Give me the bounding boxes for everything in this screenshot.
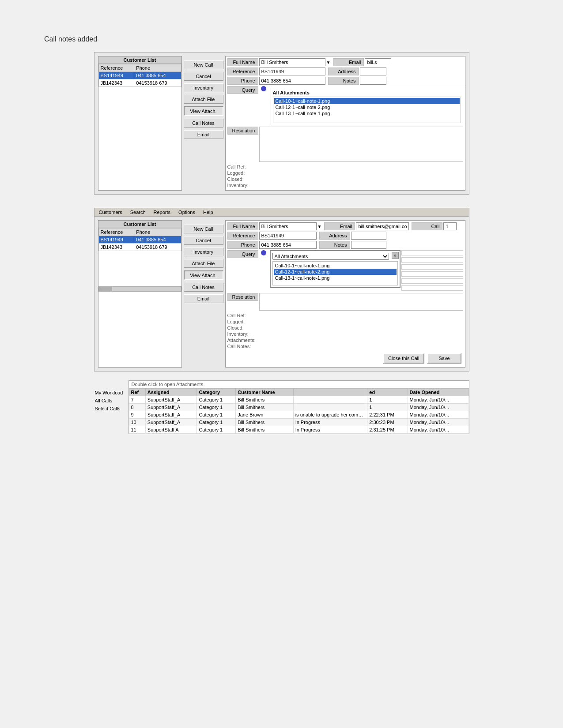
- workload-row[interactable]: 9SupportStaff_ACategory 1Jane Brownis un…: [129, 411, 469, 419]
- reference-input-1[interactable]: [259, 68, 325, 75]
- call-label-2: Call: [412, 222, 442, 230]
- view-attach-button-2[interactable]: View Attach.: [184, 270, 223, 280]
- right-line-4: [401, 271, 463, 277]
- workload-cell: Monday, Jun/10/...: [408, 419, 469, 426]
- col-reference-1: Reference: [98, 64, 134, 72]
- phone-label-2: Phone: [227, 241, 258, 249]
- attachment-item[interactable]: Call-13-1~call-note-1.png: [274, 110, 460, 116]
- attachments-close-btn[interactable]: ×: [392, 252, 399, 259]
- bottom-labels-1: Call Ref: Logged: Closed: Inventory:: [227, 164, 463, 188]
- workload-sidebar: My WorkloadAll CallsSelect Calls: [94, 380, 125, 434]
- attachment-item[interactable]: Call-10-1~call-note-1.png: [274, 263, 397, 269]
- workload-cell: 2:30:23 PM: [367, 419, 408, 426]
- workload-sidebar-item[interactable]: My Workload: [94, 389, 125, 396]
- workload-cell: [293, 396, 367, 404]
- workload-section: My WorkloadAll CallsSelect Calls Double …: [94, 380, 469, 434]
- attachments-label-2: Attachments:: [227, 337, 463, 343]
- attachment-item[interactable]: Call-12-1~call-note-2.png: [274, 104, 460, 110]
- cancel-button-1[interactable]: Cancel: [184, 72, 223, 81]
- view-attach-button-1[interactable]: View Attach.: [184, 106, 223, 116]
- customer-row[interactable]: BS141949041 3885 654: [98, 236, 181, 244]
- notes-input-2[interactable]: [351, 241, 386, 249]
- email-input-2[interactable]: [356, 222, 409, 230]
- call-notes-button-2[interactable]: Call Notes: [184, 283, 223, 292]
- attach-file-button-1[interactable]: Attach File: [184, 95, 223, 104]
- double-click-hint: Double click to open Attachments.: [129, 381, 469, 388]
- all-attachments-label-2: All Attachments: [272, 253, 389, 260]
- workload-row[interactable]: 8SupportStaff_ACategory 1Bill Smithers1M…: [129, 404, 469, 411]
- horiz-scrollbar-2[interactable]: [98, 286, 181, 292]
- new-call-button-2[interactable]: New Call: [184, 225, 223, 233]
- call-ref-label-2: Call Ref:: [227, 312, 463, 319]
- customer-list-1: Customer List Reference Phone BS14194904…: [98, 56, 182, 191]
- inventory-button-1[interactable]: Inventory: [184, 83, 223, 92]
- resolution-label-2: Resolution: [227, 293, 258, 301]
- query-dot-1: [261, 86, 266, 91]
- right-line-1: [401, 250, 463, 255]
- call-input-2[interactable]: [443, 222, 457, 230]
- phone-input-1[interactable]: [259, 77, 325, 85]
- full-name-dropdown-icon-2[interactable]: ▼: [317, 224, 322, 229]
- workload-cell: 8: [129, 404, 145, 411]
- workload-sidebar-item[interactable]: Select Calls: [94, 405, 125, 412]
- attachment-item[interactable]: Call-13-1~call-note-1.png: [274, 275, 397, 281]
- attachment-item[interactable]: Call-10-1~call-note-1.png: [274, 98, 460, 104]
- workload-cell: SupportStaff_A: [145, 411, 197, 419]
- attachment-item[interactable]: Call-12-1~call-note-2.png: [274, 269, 397, 275]
- menubar-item[interactable]: Customers: [98, 209, 123, 215]
- cancel-button-2[interactable]: Cancel: [184, 236, 223, 245]
- attach-file-button-2[interactable]: Attach File: [184, 259, 223, 268]
- customer-row[interactable]: BS141949041 3885 654: [98, 72, 181, 79]
- workload-table: RefAssignedCategoryCustomer NameedDate O…: [129, 388, 469, 434]
- menubar-item[interactable]: Help: [202, 209, 214, 215]
- menubar-item[interactable]: Reports: [153, 209, 172, 215]
- attachments-box-1: All Attachments Call-10-1~call-note-1.pn…: [271, 88, 463, 125]
- workload-row[interactable]: 11SupportStaff ACategory 1Bill SmithersI…: [129, 426, 469, 434]
- reference-input-2[interactable]: [259, 232, 317, 240]
- notes-label-1: Notes: [328, 77, 359, 85]
- email-input-1[interactable]: [365, 58, 391, 66]
- reference-label-2: Reference: [227, 232, 258, 240]
- email-label-2: Email: [324, 222, 355, 230]
- workload-col-header: Customer Name: [236, 389, 293, 396]
- address-input-2[interactable]: [351, 232, 386, 240]
- resolution-input-2[interactable]: [259, 293, 463, 311]
- workload-cell: 10: [129, 419, 145, 426]
- workload-sidebar-item[interactable]: All Calls: [94, 397, 125, 404]
- full-name-input-1[interactable]: [259, 58, 325, 66]
- menubar-item[interactable]: Search: [129, 209, 147, 215]
- resolution-input-1[interactable]: [259, 127, 463, 162]
- panel-1: Customer List Reference Phone BS14194904…: [94, 52, 469, 195]
- inventory-button-2[interactable]: Inventory: [184, 248, 223, 256]
- main-form-2: Full Name ▼ Email Call Reference Address…: [225, 220, 465, 368]
- notes-input-1[interactable]: [360, 77, 386, 85]
- call-ref-label-1: Call Ref:: [227, 164, 463, 170]
- workload-row[interactable]: 10SupportStaff_ACategory 1Bill SmithersI…: [129, 419, 469, 426]
- all-attachments-label-1: All Attachments: [273, 90, 461, 95]
- close-this-call-button[interactable]: Close this Call: [383, 353, 424, 364]
- workload-col-header: Date Opened: [408, 389, 469, 396]
- address-input-1[interactable]: [360, 68, 386, 75]
- email-button-1[interactable]: Email: [184, 130, 223, 139]
- closed-label-1: Closed:: [227, 176, 463, 182]
- phone-input-2[interactable]: [259, 241, 317, 249]
- attachments-dropdown[interactable]: All Attachments: [272, 253, 389, 260]
- horiz-scrollbar-thumb-2[interactable]: [99, 287, 112, 291]
- menubar-item[interactable]: Options: [178, 209, 196, 215]
- reference-label-1: Reference: [227, 68, 258, 75]
- customer-row[interactable]: JB14234304153918 679: [98, 244, 181, 251]
- workload-row[interactable]: 7SupportStaff_ACategory 1Bill Smithers1M…: [129, 396, 469, 404]
- query-dot-2: [261, 250, 266, 255]
- call-notes-button-1[interactable]: Call Notes: [184, 119, 223, 128]
- customer-row[interactable]: JB14234304153918 679: [98, 79, 181, 87]
- full-name-input-2[interactable]: [259, 222, 317, 230]
- email-button-2[interactable]: Email: [184, 294, 223, 303]
- col-phone-2: Phone: [134, 229, 181, 236]
- new-call-button-1[interactable]: New Call: [184, 60, 223, 69]
- workload-cell: Monday, Jun/10/...: [408, 426, 469, 434]
- save-button[interactable]: Save: [427, 353, 461, 364]
- logged-label-2: Logged:: [227, 319, 463, 325]
- customer-list-header-2: Customer List: [98, 221, 181, 228]
- address-label-1: Address: [328, 68, 359, 75]
- full-name-dropdown-icon-1[interactable]: ▼: [326, 60, 331, 65]
